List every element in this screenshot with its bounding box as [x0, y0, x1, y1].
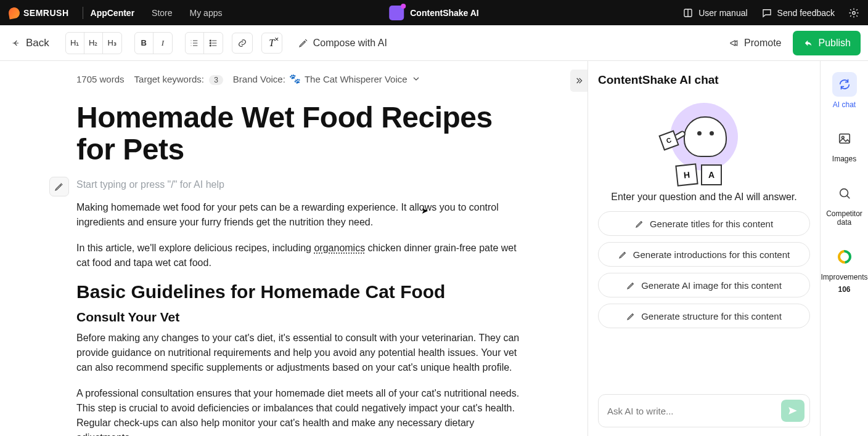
bullet-list-button[interactable] [204, 33, 223, 54]
chat-icon [761, 7, 772, 18]
heading-2[interactable]: Basic Guidelines for Homemade Cat Food [76, 281, 532, 302]
suggest-label: Generate structure for this content [641, 311, 782, 321]
rail-improvement[interactable]: Improvements 106 [821, 244, 867, 294]
ordered-list-button[interactable] [186, 33, 204, 54]
wand-icon [54, 182, 64, 192]
user-manual-link[interactable]: User manual [682, 7, 747, 18]
svg-point-1 [853, 11, 856, 14]
bold-button[interactable]: B [135, 33, 154, 54]
collapse-chat-button[interactable] [570, 70, 588, 92]
improvement-count: 106 [838, 285, 850, 294]
word-count: 1705 words [76, 74, 125, 84]
placeholder-text[interactable]: Start typing or press "/" for AI help [76, 179, 532, 190]
italic-button[interactable]: I [154, 33, 172, 54]
svg-rect-5 [839, 134, 850, 143]
rail-images[interactable]: Images [832, 126, 857, 163]
link-button[interactable] [232, 33, 253, 54]
doc-title[interactable]: Homemade Wet Food Recipes for Pets [76, 102, 532, 166]
clear-format-button[interactable]: T✕ [261, 33, 282, 54]
editor-toolbar: Back H₁ H₂ H₃ B I T✕ Compose with AI Pro… [0, 25, 868, 61]
rail-label: Images [832, 155, 856, 163]
send-icon [787, 405, 798, 416]
nav-myapps[interactable]: My apps [190, 8, 223, 18]
send-feedback-link[interactable]: Send feedback [761, 7, 835, 18]
svg-point-7 [840, 188, 848, 196]
brand-voice-selector[interactable]: Brand Voice: 🐾 The Cat Whisperer Voice [233, 73, 421, 84]
send-button[interactable] [781, 400, 805, 422]
back-button[interactable]: Back [7, 34, 53, 52]
pencil-sparkle-icon [298, 38, 308, 48]
main-area: 1705 words Target keywords: 3 Brand Voic… [0, 61, 868, 436]
suggest-intros[interactable]: Generate introductions for this content [598, 242, 810, 267]
compose-label: Compose with AI [313, 38, 387, 49]
refresh-icon [838, 78, 851, 91]
target-keywords[interactable]: Target keywords: 3 [134, 74, 223, 84]
brand-value: The Cat Whisperer Voice [305, 74, 407, 84]
appcenter-link[interactable]: AppCenter [91, 8, 135, 18]
svg-point-4 [210, 45, 211, 46]
paragraph[interactable]: In this article, we'll explore delicious… [76, 241, 526, 270]
megaphone-icon [729, 38, 739, 48]
editor-pane: 1705 words Target keywords: 3 Brand Voic… [0, 61, 588, 436]
list-group [185, 32, 223, 54]
suggest-structure[interactable]: Generate structure for this content [598, 304, 810, 328]
target-count: 3 [209, 75, 223, 85]
send-feedback-label: Send feedback [777, 8, 835, 18]
svg-point-2 [210, 40, 211, 41]
compose-ai-button[interactable]: Compose with AI [298, 38, 387, 49]
chat-input-row [598, 394, 810, 427]
paragraph[interactable]: Before making any changes to your cat's … [76, 331, 526, 375]
document-body[interactable]: Homemade Wet Food Recipes for Pets Start… [0, 84, 588, 436]
share-arrow-icon [803, 38, 814, 49]
flagged-word[interactable]: organomics [314, 243, 365, 253]
flame-icon [8, 6, 21, 19]
wand-icon [626, 311, 636, 321]
chat-input[interactable] [607, 406, 775, 416]
publish-button[interactable]: Publish [793, 31, 861, 55]
global-header: SEMRUSH AppCenter Store My apps ContentS… [0, 0, 868, 25]
heading-3[interactable]: Consult Your Vet [76, 310, 532, 325]
brand-text: SEMRUSH [23, 8, 69, 18]
format-group: B I [134, 32, 173, 54]
rail-label: Improvements [821, 273, 867, 281]
meta-row: 1705 words Target keywords: 3 Brand Voic… [0, 61, 588, 84]
mouse-cursor-icon: ➤ [421, 206, 428, 216]
suggest-label: Generate introductions for this content [633, 249, 790, 260]
semrush-logo[interactable]: SEMRUSH [9, 7, 69, 18]
chat-title: ContentShake AI chat [598, 73, 810, 87]
suggest-image[interactable]: Generate AI image for this content [598, 273, 810, 297]
suggest-titles[interactable]: Generate titles for this content [598, 211, 810, 236]
robot-illustration: C H A [658, 99, 750, 185]
app-name: ContentShake AI [410, 8, 479, 18]
chat-subtitle: Enter your question and the AI will answ… [598, 192, 810, 203]
search-icon [838, 187, 851, 200]
paragraph[interactable]: A professional consultation ensures that… [76, 386, 526, 436]
wand-icon [626, 280, 636, 290]
rail-label: Competitor data [821, 209, 868, 227]
h3-button[interactable]: H₃ [103, 33, 121, 54]
book-icon [682, 7, 694, 18]
heading-group: H₁ H₂ H₃ [65, 32, 122, 54]
rail-ai-chat[interactable]: AI chat [832, 72, 857, 109]
h1-button[interactable]: H₁ [66, 33, 84, 54]
rail-label: AI chat [833, 100, 856, 109]
nav-store[interactable]: Store [152, 8, 172, 18]
progress-ring-icon [835, 247, 854, 266]
rail-competitor[interactable]: Competitor data [821, 181, 868, 227]
arrow-left-icon [11, 38, 21, 48]
paragraph[interactable]: Making homemade wet food for your pets c… [76, 200, 526, 230]
ai-slash-button[interactable] [49, 177, 69, 196]
gear-icon[interactable] [848, 7, 859, 18]
contentshake-icon [389, 6, 404, 20]
promote-label: Promote [744, 38, 781, 49]
ai-chat-panel: ContentShake AI chat C H A Enter your qu… [588, 61, 820, 436]
wand-icon [635, 219, 645, 228]
paw-icon: 🐾 [289, 73, 301, 84]
suggest-label: Generate AI image for this content [641, 280, 782, 291]
chevron-down-icon [411, 74, 421, 84]
user-manual-label: User manual [698, 8, 747, 18]
image-icon [838, 132, 851, 145]
promote-button[interactable]: Promote [729, 38, 781, 49]
back-label: Back [26, 37, 49, 49]
h2-button[interactable]: H₂ [84, 33, 103, 54]
